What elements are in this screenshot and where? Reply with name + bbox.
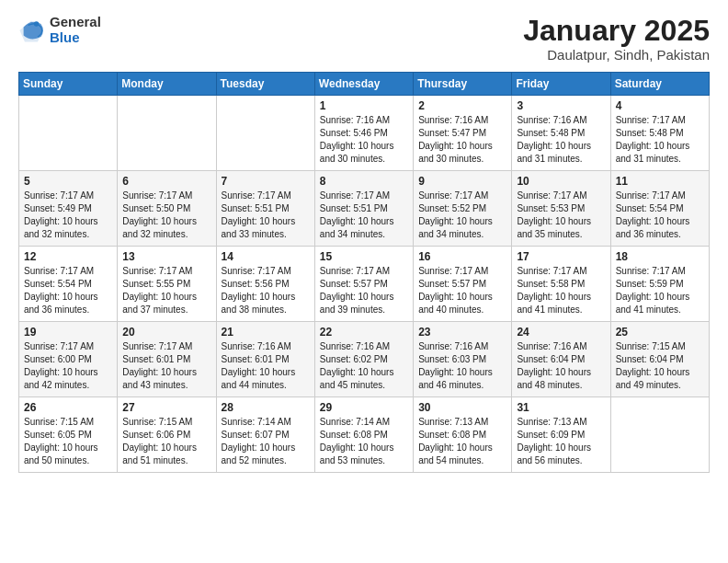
day-info: Sunrise: 7:17 AM Sunset: 5:50 PM Dayligh… bbox=[122, 190, 210, 241]
table-row: 16Sunrise: 7:17 AM Sunset: 5:57 PM Dayli… bbox=[414, 247, 512, 322]
week-row-3: 19Sunrise: 7:17 AM Sunset: 6:00 PM Dayli… bbox=[19, 322, 710, 397]
table-row: 28Sunrise: 7:14 AM Sunset: 6:07 PM Dayli… bbox=[216, 397, 314, 473]
day-info: Sunrise: 7:17 AM Sunset: 5:49 PM Dayligh… bbox=[24, 190, 112, 241]
table-row: 22Sunrise: 7:16 AM Sunset: 6:02 PM Dayli… bbox=[314, 322, 413, 397]
table-row: 15Sunrise: 7:17 AM Sunset: 5:57 PM Dayli… bbox=[314, 247, 413, 322]
logo-blue-text: Blue bbox=[50, 30, 101, 46]
table-row: 18Sunrise: 7:17 AM Sunset: 5:59 PM Dayli… bbox=[610, 247, 709, 322]
day-info: Sunrise: 7:15 AM Sunset: 6:06 PM Dayligh… bbox=[122, 416, 210, 467]
title-area: January 2025 Daulatpur, Sindh, Pakistan bbox=[523, 15, 710, 63]
table-row: 6Sunrise: 7:17 AM Sunset: 5:50 PM Daylig… bbox=[118, 171, 216, 247]
day-info: Sunrise: 7:17 AM Sunset: 5:57 PM Dayligh… bbox=[320, 265, 408, 316]
header-row: Sunday Monday Tuesday Wednesday Thursday… bbox=[19, 73, 710, 96]
day-info: Sunrise: 7:15 AM Sunset: 6:05 PM Dayligh… bbox=[24, 416, 112, 467]
table-row: 30Sunrise: 7:13 AM Sunset: 6:08 PM Dayli… bbox=[414, 397, 512, 473]
table-row: 12Sunrise: 7:17 AM Sunset: 5:54 PM Dayli… bbox=[19, 247, 118, 322]
day-info: Sunrise: 7:16 AM Sunset: 5:47 PM Dayligh… bbox=[418, 114, 506, 166]
table-row: 3Sunrise: 7:16 AM Sunset: 5:48 PM Daylig… bbox=[512, 96, 610, 171]
day-number: 14 bbox=[222, 250, 310, 263]
table-row: 13Sunrise: 7:17 AM Sunset: 5:55 PM Dayli… bbox=[118, 247, 216, 322]
day-info: Sunrise: 7:13 AM Sunset: 6:08 PM Dayligh… bbox=[418, 416, 506, 467]
day-info: Sunrise: 7:17 AM Sunset: 6:00 PM Dayligh… bbox=[24, 340, 112, 392]
day-number: 22 bbox=[320, 326, 408, 339]
day-number: 4 bbox=[616, 99, 704, 112]
day-number: 28 bbox=[222, 401, 310, 414]
day-info: Sunrise: 7:17 AM Sunset: 5:56 PM Dayligh… bbox=[222, 265, 310, 316]
day-number: 15 bbox=[320, 250, 408, 263]
table-row bbox=[19, 96, 118, 171]
day-number: 1 bbox=[320, 99, 408, 112]
day-number: 24 bbox=[517, 326, 605, 339]
table-row bbox=[118, 96, 216, 171]
day-number: 31 bbox=[517, 401, 605, 414]
logo-general-text: General bbox=[50, 15, 101, 30]
day-number: 21 bbox=[222, 326, 310, 339]
day-info: Sunrise: 7:16 AM Sunset: 5:46 PM Dayligh… bbox=[320, 114, 408, 166]
day-info: Sunrise: 7:17 AM Sunset: 5:52 PM Dayligh… bbox=[418, 190, 506, 241]
day-number: 12 bbox=[24, 250, 112, 263]
day-number: 18 bbox=[616, 250, 704, 263]
logo-icon bbox=[18, 17, 44, 43]
table-row bbox=[610, 397, 709, 473]
table-row: 20Sunrise: 7:17 AM Sunset: 6:01 PM Dayli… bbox=[118, 322, 216, 397]
day-info: Sunrise: 7:17 AM Sunset: 5:55 PM Dayligh… bbox=[122, 265, 210, 316]
table-row: 5Sunrise: 7:17 AM Sunset: 5:49 PM Daylig… bbox=[19, 171, 118, 247]
table-row: 9Sunrise: 7:17 AM Sunset: 5:52 PM Daylig… bbox=[414, 171, 512, 247]
day-number: 5 bbox=[24, 175, 112, 188]
day-number: 9 bbox=[418, 175, 506, 188]
day-info: Sunrise: 7:17 AM Sunset: 5:51 PM Dayligh… bbox=[320, 190, 408, 241]
table-row: 14Sunrise: 7:17 AM Sunset: 5:56 PM Dayli… bbox=[216, 247, 314, 322]
table-row: 17Sunrise: 7:17 AM Sunset: 5:58 PM Dayli… bbox=[512, 247, 610, 322]
svg-point-2 bbox=[34, 21, 40, 27]
day-info: Sunrise: 7:15 AM Sunset: 6:04 PM Dayligh… bbox=[616, 340, 704, 392]
day-number: 3 bbox=[517, 99, 605, 112]
logo: General Blue bbox=[18, 15, 101, 45]
header-wednesday: Wednesday bbox=[314, 73, 413, 96]
header: General Blue January 2025 Daulatpur, Sin… bbox=[18, 15, 710, 63]
table-row: 7Sunrise: 7:17 AM Sunset: 5:51 PM Daylig… bbox=[216, 171, 314, 247]
week-row-1: 5Sunrise: 7:17 AM Sunset: 5:49 PM Daylig… bbox=[19, 171, 710, 247]
week-row-4: 26Sunrise: 7:15 AM Sunset: 6:05 PM Dayli… bbox=[19, 397, 710, 473]
header-monday: Monday bbox=[118, 73, 216, 96]
logo-text: General Blue bbox=[50, 15, 101, 45]
table-row: 1Sunrise: 7:16 AM Sunset: 5:46 PM Daylig… bbox=[314, 96, 413, 171]
day-number: 25 bbox=[616, 326, 704, 339]
day-number: 2 bbox=[418, 99, 506, 112]
day-info: Sunrise: 7:17 AM Sunset: 5:54 PM Dayligh… bbox=[616, 190, 704, 241]
day-info: Sunrise: 7:17 AM Sunset: 5:59 PM Dayligh… bbox=[616, 265, 704, 316]
day-number: 11 bbox=[616, 175, 704, 188]
day-info: Sunrise: 7:17 AM Sunset: 5:51 PM Dayligh… bbox=[222, 190, 310, 241]
day-number: 13 bbox=[122, 250, 210, 263]
day-info: Sunrise: 7:16 AM Sunset: 6:03 PM Dayligh… bbox=[418, 340, 506, 392]
day-info: Sunrise: 7:16 AM Sunset: 6:01 PM Dayligh… bbox=[222, 340, 310, 392]
day-info: Sunrise: 7:17 AM Sunset: 6:01 PM Dayligh… bbox=[122, 340, 210, 392]
table-row: 11Sunrise: 7:17 AM Sunset: 5:54 PM Dayli… bbox=[610, 171, 709, 247]
day-number: 10 bbox=[517, 175, 605, 188]
table-row: 26Sunrise: 7:15 AM Sunset: 6:05 PM Dayli… bbox=[19, 397, 118, 473]
table-row: 31Sunrise: 7:13 AM Sunset: 6:09 PM Dayli… bbox=[512, 397, 610, 473]
calendar-title: January 2025 bbox=[523, 15, 710, 47]
day-number: 6 bbox=[122, 175, 210, 188]
day-number: 26 bbox=[24, 401, 112, 414]
day-info: Sunrise: 7:16 AM Sunset: 6:04 PM Dayligh… bbox=[517, 340, 605, 392]
day-info: Sunrise: 7:17 AM Sunset: 5:53 PM Dayligh… bbox=[517, 190, 605, 241]
day-number: 29 bbox=[320, 401, 408, 414]
table-row: 24Sunrise: 7:16 AM Sunset: 6:04 PM Dayli… bbox=[512, 322, 610, 397]
day-number: 17 bbox=[517, 250, 605, 263]
day-number: 23 bbox=[418, 326, 506, 339]
day-info: Sunrise: 7:14 AM Sunset: 6:08 PM Dayligh… bbox=[320, 416, 408, 467]
day-info: Sunrise: 7:17 AM Sunset: 5:54 PM Dayligh… bbox=[24, 265, 112, 316]
calendar-table: Sunday Monday Tuesday Wednesday Thursday… bbox=[18, 72, 710, 473]
day-number: 30 bbox=[418, 401, 506, 414]
table-row: 29Sunrise: 7:14 AM Sunset: 6:08 PM Dayli… bbox=[314, 397, 413, 473]
day-info: Sunrise: 7:17 AM Sunset: 5:58 PM Dayligh… bbox=[517, 265, 605, 316]
header-tuesday: Tuesday bbox=[216, 73, 314, 96]
table-row bbox=[216, 96, 314, 171]
header-sunday: Sunday bbox=[19, 73, 118, 96]
day-info: Sunrise: 7:17 AM Sunset: 5:48 PM Dayligh… bbox=[616, 114, 704, 166]
day-number: 19 bbox=[24, 326, 112, 339]
table-row: 25Sunrise: 7:15 AM Sunset: 6:04 PM Dayli… bbox=[610, 322, 709, 397]
table-row: 27Sunrise: 7:15 AM Sunset: 6:06 PM Dayli… bbox=[118, 397, 216, 473]
day-number: 8 bbox=[320, 175, 408, 188]
day-info: Sunrise: 7:16 AM Sunset: 5:48 PM Dayligh… bbox=[517, 114, 605, 166]
